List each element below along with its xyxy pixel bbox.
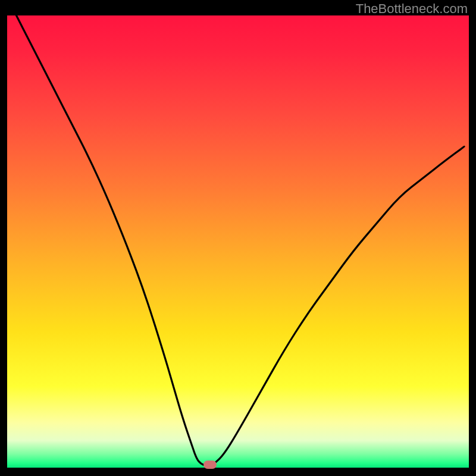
bottleneck-curve — [7, 15, 469, 468]
minimum-marker — [203, 461, 217, 469]
plot-frame — [7, 15, 469, 468]
watermark-text: TheBottleneck.com — [356, 1, 468, 17]
